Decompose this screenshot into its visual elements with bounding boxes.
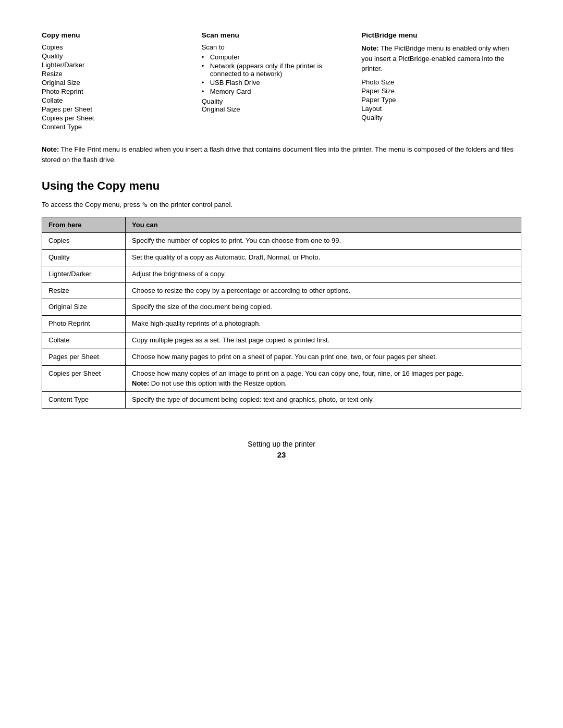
copy-menu-icon: ⇘ — [142, 200, 148, 208]
table-row: Quality Set the quality of a copy as Aut… — [42, 249, 521, 266]
note-bold: Note: — [132, 379, 149, 387]
row-label: Pages per Sheet — [42, 349, 126, 365]
list-item: Quality — [42, 52, 191, 60]
footer-text: Setting up the printer — [248, 440, 315, 448]
list-item: Layout — [361, 105, 511, 113]
row-description: Specify the number of copies to print. Y… — [126, 233, 521, 250]
list-item: Paper Size — [361, 87, 511, 95]
list-item: Original Size — [42, 79, 191, 87]
row-label: Copies — [42, 233, 126, 250]
copy-menu-col: Copy menu Copies Quality Lighter/Darker … — [42, 31, 202, 132]
table-row: Copies Specify the number of copies to p… — [42, 233, 521, 250]
list-item: Computer — [202, 53, 351, 61]
list-item: Photo Reprint — [42, 88, 191, 95]
table-row: Photo Reprint Make high-quality reprints… — [42, 316, 521, 332]
list-item: Lighter/Darker — [42, 61, 191, 69]
pictbridge-note: Note: The PictBridge menu is enabled onl… — [361, 43, 511, 74]
row-description: Choose how many copies of an image to pr… — [126, 365, 521, 392]
row-label: Photo Reprint — [42, 316, 126, 332]
access-text-before: To access the Copy menu, press — [42, 201, 142, 208]
note-text: The File Print menu is enabled when you … — [42, 145, 513, 164]
list-item: Collate — [42, 96, 191, 104]
list-item: Paper Type — [361, 96, 511, 104]
row-description: Specify the type of document being copie… — [126, 392, 521, 409]
table-row: Pages per Sheet Choose how many pages to… — [42, 349, 521, 365]
scan-menu-bullet-list: Computer Network (appears only if the pr… — [202, 53, 351, 95]
top-menus-section: Copy menu Copies Quality Lighter/Darker … — [42, 31, 521, 132]
table-row: Content Type Specify the type of documen… — [42, 392, 521, 409]
scan-to-label: Scan to — [202, 43, 351, 51]
note-bold: Note: — [361, 44, 378, 52]
list-item: Resize — [42, 70, 191, 78]
note-bold-label: Note: — [42, 145, 59, 153]
page-number: 23 — [42, 450, 521, 459]
copy-menu-table: From here You can Copies Specify the num… — [42, 217, 521, 409]
pictbridge-menu-col: PictBridge menu Note: The PictBridge men… — [361, 31, 521, 132]
list-item: Original Size — [202, 105, 351, 113]
access-text-after: on the printer control panel. — [150, 201, 232, 208]
scan-menu-title: Scan menu — [202, 31, 351, 39]
col-from-here: From here — [42, 217, 126, 233]
pictbridge-menu-list: Photo Size Paper Size Paper Type Layout … — [361, 78, 511, 121]
row-description: Choose how many pages to print on a shee… — [126, 349, 521, 365]
table-header-row: From here You can — [42, 217, 521, 233]
row-label: Lighter/Darker — [42, 266, 126, 282]
table-row: Collate Copy multiple pages as a set. Th… — [42, 332, 521, 349]
copies-per-sheet-note: Note: Do not use this option with the Re… — [132, 379, 287, 387]
scan-menu-col: Scan menu Scan to Computer Network (appe… — [202, 31, 362, 132]
copies-per-sheet-text: Choose how many copies of an image to pr… — [132, 369, 464, 377]
row-label: Original Size — [42, 299, 126, 316]
row-label: Collate — [42, 332, 126, 349]
row-label: Content Type — [42, 392, 126, 409]
table-row: Copies per Sheet Choose how many copies … — [42, 365, 521, 392]
pictbridge-menu-title: PictBridge menu — [361, 31, 511, 39]
table-row: Original Size Specify the size of the do… — [42, 299, 521, 316]
list-item: Photo Size — [361, 78, 511, 86]
file-print-note: Note: The File Print menu is enabled whe… — [42, 144, 521, 165]
table-row: Lighter/Darker Adjust the brightness of … — [42, 266, 521, 282]
row-description: Set the quality of a copy as Automatic, … — [126, 249, 521, 266]
row-description: Specify the size of the document being c… — [126, 299, 521, 316]
copy-menu-list: Copies Quality Lighter/Darker Resize Ori… — [42, 43, 191, 131]
list-item: Copies — [42, 43, 191, 51]
row-label: Resize — [42, 282, 126, 299]
list-item: Quality — [202, 97, 351, 105]
row-description: Choose to resize the copy by a percentag… — [126, 282, 521, 299]
list-item: USB Flash Drive — [202, 79, 351, 87]
row-label: Copies per Sheet — [42, 365, 126, 392]
list-item: Copies per Sheet — [42, 114, 191, 122]
table-row: Resize Choose to resize the copy by a pe… — [42, 282, 521, 299]
row-description: Adjust the brightness of a copy. — [126, 266, 521, 282]
list-item: Content Type — [42, 123, 191, 131]
copy-menu-title: Copy menu — [42, 31, 191, 39]
col-you-can: You can — [126, 217, 521, 233]
row-description: Copy multiple pages as a set. The last p… — [126, 332, 521, 349]
row-label: Quality — [42, 249, 126, 266]
list-item: Pages per Sheet — [42, 105, 191, 113]
list-item: Network (appears only if the printer is … — [202, 62, 351, 78]
section-heading: Using the Copy menu — [42, 179, 521, 193]
access-instruction: To access the Copy menu, press ⇘ on the … — [42, 200, 521, 208]
row-description: Make high-quality reprints of a photogra… — [126, 316, 521, 332]
list-item: Memory Card — [202, 88, 351, 95]
page-footer: Setting up the printer 23 — [42, 440, 521, 459]
list-item: Quality — [361, 114, 511, 121]
